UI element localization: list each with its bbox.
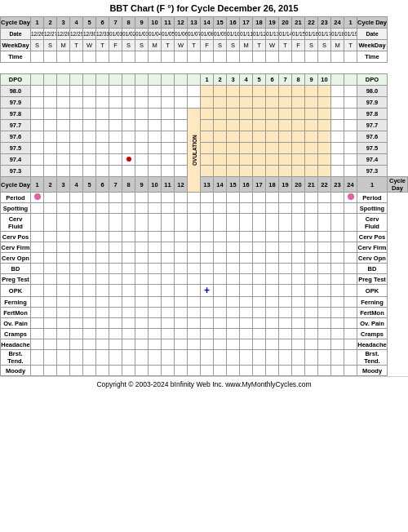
dpo-11 bbox=[162, 74, 175, 86]
footer: Copyright © 2003-2024 bInfinity Web Inc.… bbox=[0, 376, 408, 392]
cerv-firm-row: Cerv Firm Cerv Firm bbox=[1, 242, 408, 253]
temp-977-row: 97.7 97.7 bbox=[1, 120, 408, 131]
date-11: 01/05 bbox=[162, 29, 175, 40]
ov-pain-label-right: Ov. Pain bbox=[357, 318, 388, 329]
cd-21: 21 bbox=[292, 17, 305, 29]
date-21: 01/15 bbox=[292, 29, 305, 40]
ovulation-cell: OVULATION bbox=[188, 109, 201, 193]
chart-container: Cycle Day 1 2 3 4 5 6 7 8 9 10 11 12 13 … bbox=[0, 16, 408, 376]
wd-1: S bbox=[31, 40, 44, 51]
cd-4: 4 bbox=[70, 17, 83, 29]
wd-24: M bbox=[331, 40, 344, 51]
wd-14: F bbox=[201, 40, 214, 51]
cd-10: 10 bbox=[149, 17, 162, 29]
fertmon-label: FertMon bbox=[1, 308, 31, 318]
date-22: 01/16 bbox=[305, 29, 318, 40]
date-2: 12/27 bbox=[44, 29, 57, 40]
cerv-pos-label-right: Cerv Pos bbox=[357, 232, 388, 242]
date-24: 01/18 bbox=[331, 29, 344, 40]
cd-11: 11 bbox=[162, 17, 175, 29]
preg-test-row: Preg Test Preg Test bbox=[1, 274, 408, 285]
cramps-label: Cramps bbox=[1, 329, 31, 339]
cerv-pos-label: Cerv Pos bbox=[1, 232, 31, 242]
time-label: Time bbox=[1, 51, 31, 63]
cd-22: 22 bbox=[305, 17, 318, 29]
dpo-9 bbox=[135, 74, 149, 86]
wd-4: T bbox=[70, 40, 83, 51]
fertmon-row: FertMon FertMon bbox=[1, 308, 408, 318]
cycle-day-label: Cycle Day bbox=[1, 17, 31, 29]
cycle-day-label-right: Cycle Day bbox=[357, 17, 388, 29]
date-18: 01/12 bbox=[253, 29, 266, 40]
time-7 bbox=[109, 51, 122, 63]
cd-7: 7 bbox=[109, 17, 122, 29]
cycle-day-label-bottom-right: Cycle Day bbox=[388, 177, 408, 193]
time-1 bbox=[31, 51, 44, 63]
moody-label-right: Moody bbox=[357, 366, 388, 376]
cd-25: 1 bbox=[344, 17, 357, 29]
dpo-10 bbox=[149, 74, 162, 86]
temp-978-label: 97.8 bbox=[1, 109, 31, 120]
chart-title: BBT Chart (F °) for Cycle December 26, 2… bbox=[0, 0, 408, 16]
preg-test-label-right: Preg Test bbox=[357, 274, 388, 285]
time-10 bbox=[149, 51, 162, 63]
wd-18: T bbox=[253, 40, 266, 51]
temp-976-label: 97.6 bbox=[1, 131, 31, 143]
cd-15: 15 bbox=[214, 17, 227, 29]
weekday-label: WeekDay bbox=[1, 40, 31, 51]
cramps-label-right: Cramps bbox=[357, 329, 388, 339]
date-8: 01/02 bbox=[122, 29, 135, 40]
wd-16: S bbox=[227, 40, 240, 51]
cd-14: 14 bbox=[201, 17, 214, 29]
dpo-3 bbox=[57, 74, 70, 86]
temp-980-row: 98.0 98.0 bbox=[1, 86, 408, 97]
weekday-row: WeekDay S S M T W T F S S M T W T F S S … bbox=[1, 40, 408, 51]
spacer-row-1 bbox=[1, 63, 408, 74]
time-14 bbox=[201, 51, 214, 63]
wd-23: S bbox=[318, 40, 331, 51]
cd-6: 6 bbox=[96, 17, 109, 29]
temp-978-row: 97.8 OVULATION 97.8 bbox=[1, 109, 408, 120]
wd-22: S bbox=[305, 40, 318, 51]
dpo-8 bbox=[122, 74, 135, 86]
time-19 bbox=[266, 51, 279, 63]
temp-976-label-right: 97.6 bbox=[357, 131, 388, 143]
dpo-5 bbox=[83, 74, 96, 86]
opk-plus-cell: + bbox=[201, 285, 214, 297]
dpo-4 bbox=[70, 74, 83, 86]
wd-12: W bbox=[175, 40, 188, 51]
wd-21: F bbox=[292, 40, 305, 51]
period-row: Period Period bbox=[1, 193, 408, 203]
date-12: 01/06 bbox=[175, 29, 188, 40]
date-10: 01/04 bbox=[149, 29, 162, 40]
time-23 bbox=[318, 51, 331, 63]
cerv-firm-label-right: Cerv Firm bbox=[357, 242, 388, 253]
headache-label-right: Headache bbox=[357, 339, 388, 350]
temp-980-label-right: 98.0 bbox=[357, 86, 388, 97]
cd-24: 24 bbox=[331, 17, 344, 29]
dpo-24 bbox=[331, 74, 344, 86]
time-24 bbox=[331, 51, 344, 63]
cycle-day-row-bottom: Cycle Day 12345 678910 1112131415 161718… bbox=[1, 177, 408, 193]
period-marker-2 bbox=[348, 193, 354, 200]
wd-20: T bbox=[279, 40, 292, 51]
period-marker-1 bbox=[34, 193, 41, 200]
dpo-label-right: DPO bbox=[357, 74, 388, 86]
dpo-14: 1 bbox=[201, 74, 214, 86]
temp-975-label-right: 97.5 bbox=[357, 143, 388, 154]
dpo-25 bbox=[344, 74, 357, 86]
cd-13: 13 bbox=[188, 17, 201, 29]
time-4 bbox=[70, 51, 83, 63]
wd-6: T bbox=[96, 40, 109, 51]
time-3 bbox=[57, 51, 70, 63]
spotting-label-right: Spotting bbox=[357, 203, 388, 214]
temp-975-label: 97.5 bbox=[1, 143, 31, 154]
bd-row: BD BD bbox=[1, 264, 408, 274]
cerv-firm-label: Cerv Firm bbox=[1, 242, 31, 253]
temp-979-row: 97.9 97.9 bbox=[1, 97, 408, 109]
time-17 bbox=[240, 51, 253, 63]
opk-row: OPK + OPK bbox=[1, 285, 408, 297]
date-25: 01/19 bbox=[344, 29, 357, 40]
date-23: 01/17 bbox=[318, 29, 331, 40]
wd-10: M bbox=[149, 40, 162, 51]
